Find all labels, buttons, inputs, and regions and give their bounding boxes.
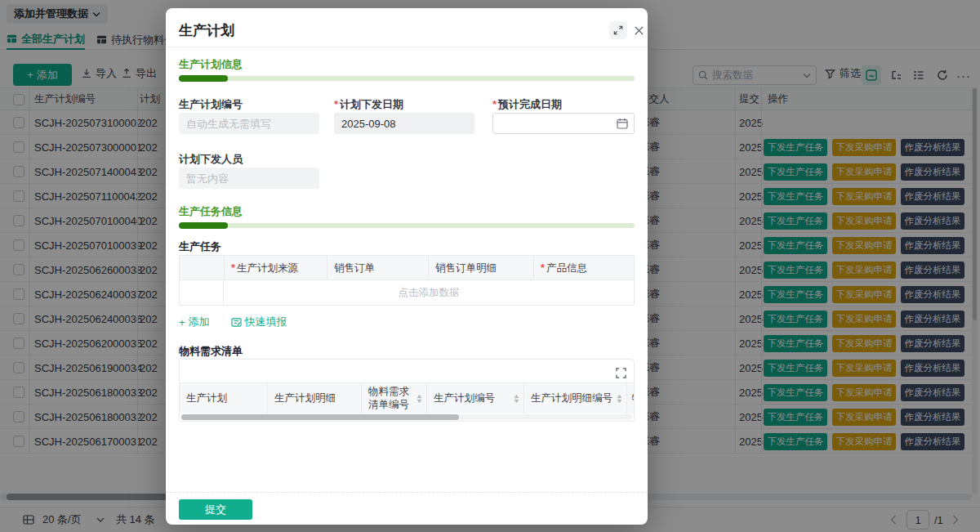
task-header-sales-order-detail: 销售订单明细 [428, 256, 533, 280]
page: 添加并管理数据 全部生产计划 待执行物料分析 + 添加 [0, 0, 980, 532]
quick-fill-icon [231, 317, 242, 328]
required-mark: * [492, 98, 497, 110]
material-requirements-panel: 生产计划 生产计划明细 物料需求清单编号 生产计划编号 生产计划明细编号 物料 [179, 359, 635, 422]
progress-fill [179, 222, 228, 229]
issue-date-label: *计划下发日期 [334, 97, 403, 112]
required-mark: * [334, 98, 338, 110]
modal-title: 生产计划 [179, 21, 234, 40]
section-plan-info-title: 生产计划信息 [179, 57, 243, 72]
sort-icon[interactable] [416, 395, 422, 404]
task-table-body: 点击添加数据 [180, 280, 634, 305]
modal-header-divider [166, 47, 648, 47]
task-header-product-info: *产品信息 [533, 256, 634, 280]
close-icon[interactable] [631, 23, 646, 38]
scrollbar-thumb[interactable] [181, 414, 459, 420]
expand-icon[interactable] [609, 21, 627, 39]
finish-date-label: *预计完成日期 [492, 97, 562, 112]
progress-fill [179, 75, 228, 82]
sort-icon[interactable] [514, 395, 519, 404]
submit-button[interactable]: 提交 [179, 499, 252, 520]
section-task-info-title: 生产任务信息 [179, 204, 243, 219]
materials-header-list-no[interactable]: 物料需求清单编号 [361, 383, 426, 414]
task-header-plan-source: *生产计划来源 [224, 256, 327, 280]
materials-header-plan-no[interactable]: 生产计划编号 [426, 383, 523, 414]
task-header-index [180, 256, 224, 280]
task-add-button[interactable]: + 添加 [179, 315, 210, 329]
issuer-label: 计划下发人员 [179, 152, 243, 167]
task-table-actions: + 添加 快速填报 [179, 315, 287, 329]
task-table-header: *生产计划来源 销售订单 销售订单明细 *产品信息 [180, 256, 634, 280]
plan-no-field [179, 113, 319, 134]
click-to-add-row[interactable]: 点击添加数据 [224, 280, 634, 305]
required-mark: * [541, 262, 545, 274]
sort-icon[interactable] [617, 395, 622, 404]
materials-header-plan-detail: 生产计划明细 [267, 383, 361, 414]
materials-header-plan: 生产计划 [180, 383, 267, 414]
materials-header-plan-detail-no[interactable]: 生产计划明细编号 [523, 383, 626, 414]
task-empty-index-cell [180, 280, 224, 305]
plus-icon: + [179, 316, 185, 329]
fullscreen-icon[interactable] [614, 366, 627, 379]
task-subsection-label: 生产任务 [179, 239, 221, 254]
section-progress-bar [179, 223, 635, 228]
section-progress-bar [179, 76, 635, 81]
plan-no-label: 生产计划编号 [179, 97, 243, 112]
materials-horizontal-scrollbar[interactable] [181, 414, 632, 420]
issuer-field [179, 168, 319, 189]
materials-header-material: 物料 [626, 383, 634, 414]
production-plan-modal: 生产计划 生产计划信息 生产计划编号 *计划下发日期 *预计完成日期 计划下发人… [166, 8, 648, 525]
finish-date-field[interactable] [492, 113, 635, 134]
required-mark: * [231, 262, 235, 274]
materials-subsection-label: 物料需求清单 [179, 344, 243, 359]
materials-table-header: 生产计划 生产计划明细 物料需求清单编号 生产计划编号 生产计划明细编号 物料 [180, 382, 634, 414]
task-header-sales-order: 销售订单 [327, 256, 428, 280]
modal-footer-divider [166, 492, 648, 493]
production-task-table: *生产计划来源 销售订单 销售订单明细 *产品信息 点击添加数据 [179, 255, 635, 306]
quick-fill-button[interactable]: 快速填报 [231, 315, 287, 329]
issue-date-field[interactable] [334, 113, 474, 134]
